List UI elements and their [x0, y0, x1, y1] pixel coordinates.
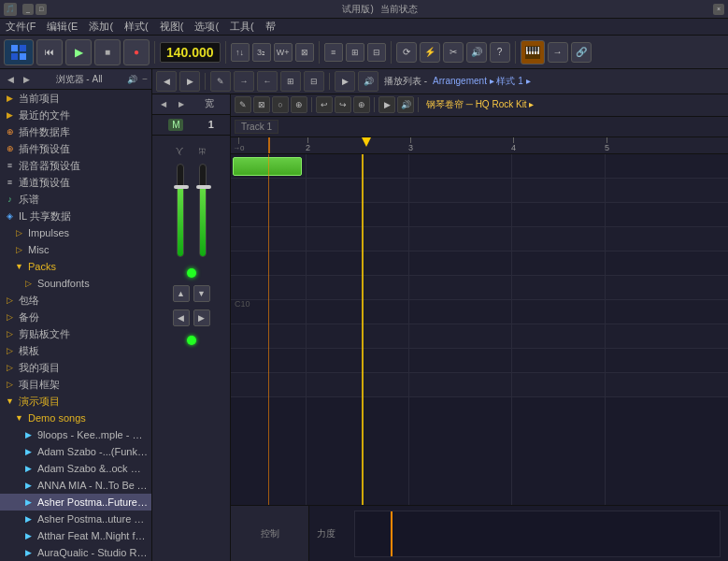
minimize-button[interactable]: _ [22, 4, 34, 15]
sidebar-item-templates[interactable]: ▷ 模板 [0, 342, 151, 359]
tb-btn-link[interactable]: 🔗 [571, 42, 592, 63]
menu-view[interactable]: 视图( [158, 20, 186, 34]
sidebar-item-demo-projects[interactable]: ▼ 演示项目 [0, 393, 151, 410]
input-fader-track[interactable] [177, 164, 184, 257]
sidebar-close[interactable]: − [142, 74, 148, 84]
window-controls[interactable]: _ □ [22, 4, 47, 15]
menu-help[interactable]: 帮 [264, 20, 278, 34]
menu-file[interactable]: 文件(F [4, 20, 37, 34]
sec-arrow-left[interactable]: ← [257, 71, 278, 92]
output-fader-track[interactable] [199, 164, 207, 257]
sidebar-item-scores[interactable]: ♪ 乐谱 [0, 191, 151, 208]
tb-btn-nav1[interactable]: → [548, 42, 568, 63]
arr-zoom-in[interactable]: ⊕ [353, 96, 370, 113]
sec-expand[interactable]: ▶ [179, 71, 200, 92]
tb-btn-12[interactable]: ? [490, 42, 510, 63]
sec-zoom[interactable]: ⊟ [304, 71, 324, 92]
sec-prev[interactable]: ◀ [156, 71, 177, 92]
sidebar-item-atthar[interactable]: ▶ Atthar Feat M..Night feeling [0, 527, 151, 544]
sidebar-item-plugin-preset[interactable]: ⊕ 插件预设值 [0, 140, 151, 157]
sidebar-item-misc[interactable]: ▷ Misc [0, 241, 151, 258]
record-button[interactable]: ● [123, 39, 150, 65]
arr-pencil[interactable]: ✎ [235, 96, 251, 113]
sec-arrow-right[interactable]: → [234, 71, 254, 92]
tb-btn-9[interactable]: ⚡ [420, 42, 440, 63]
tb-btn-8[interactable]: ⟳ [396, 42, 417, 63]
tb-btn-6[interactable]: ⊞ [346, 43, 364, 62]
prev-button[interactable]: ⏮ [36, 39, 63, 65]
sidebar-tree[interactable]: ▶ 当前项目 ▶ 最近的文件 ⊕ 插件数据库 ⊕ 插件预设值 ≡ 混音器预设值 … [0, 90, 151, 561]
arr-undo[interactable]: ↩ [316, 96, 333, 113]
menu-style[interactable]: 样式( [122, 20, 150, 34]
tb-btn-3[interactable]: W+ [274, 43, 293, 62]
sidebar-item-packs[interactable]: ▼ Packs [0, 258, 151, 275]
sidebar-item-mixer-preset[interactable]: ≡ 混音器预设值 [0, 157, 151, 174]
sidebar-item-envelopes[interactable]: ▷ 包络 [0, 292, 151, 309]
sidebar-item-anna-mia[interactable]: ▶ ANNA MIA - N..To Be Afraid [0, 477, 151, 494]
sidebar-item-soundfonts[interactable]: ▷ Soundfonts [0, 275, 151, 292]
sidebar-speaker[interactable]: 🔊 [125, 73, 138, 86]
menu-edit[interactable]: 编辑(E [45, 20, 79, 34]
menu-add[interactable]: 添加( [87, 20, 115, 34]
arr-move[interactable]: ⊕ [291, 96, 307, 113]
sidebar-item-asher-future-bass[interactable]: ▶ Asher Postma..Future Bass [0, 494, 151, 511]
sidebar-item-current-project[interactable]: ▶ 当前项目 [0, 90, 151, 107]
menu-options[interactable]: 选项( [193, 20, 221, 34]
play-button[interactable]: ▶ [65, 39, 92, 65]
stop-button[interactable]: ■ [94, 39, 121, 65]
sec-piano[interactable]: ⊞ [280, 71, 301, 92]
tb-btn-11[interactable]: 🔊 [466, 42, 487, 63]
close-button[interactable]: × [713, 4, 724, 15]
sidebar-item-clipboard[interactable]: ▷ 剪贴板文件 [0, 325, 151, 342]
track-1-label[interactable]: Track 1 [235, 120, 278, 134]
tb-btn-7[interactable]: ⊟ [367, 43, 386, 62]
sidebar-item-asher-future-house[interactable]: ▶ Asher Postma..uture House [0, 511, 151, 527]
arrow-left[interactable]: ◀ [173, 309, 190, 326]
sidebar-item-channel-preset[interactable]: ≡ 通道预设值 [0, 174, 151, 191]
note-block-1[interactable] [233, 157, 302, 176]
logo-button[interactable] [4, 39, 34, 65]
svg-rect-2 [11, 53, 18, 60]
sidebar-item-adam-rock[interactable]: ▶ Adam Szabo &..ock Me Out [0, 460, 151, 477]
arr-eraser[interactable]: ⊠ [253, 96, 270, 113]
sidebar-nav-prev[interactable]: ◀ [4, 73, 17, 86]
sidebar-item-il-shared[interactable]: ◈ IL 共享数据 [0, 208, 151, 224]
sidebar-item-demo-songs[interactable]: ▼ Demo songs [0, 410, 151, 426]
sidebar-item-plugin-db[interactable]: ⊕ 插件数据库 [0, 123, 151, 140]
tb-btn-4[interactable]: ⊠ [295, 43, 314, 62]
sidebar-item-impulses[interactable]: ▷ Impulses [0, 224, 151, 241]
arr-select[interactable]: ○ [272, 96, 289, 113]
arrow-down[interactable]: ▼ [193, 285, 210, 302]
maximize-button[interactable]: □ [36, 4, 47, 15]
arrow-right[interactable]: ▶ [193, 309, 210, 326]
sec-speaker[interactable]: 🔊 [358, 71, 378, 92]
mixer-nav-prev[interactable]: ◀ [156, 96, 171, 111]
sec-sep2 [329, 73, 330, 90]
tb-piano-roll[interactable] [521, 40, 545, 65]
sidebar-item-adam-funky[interactable]: ▶ Adam Szabo -...(Funky Mix) [0, 443, 151, 460]
input-fader-thumb[interactable] [174, 185, 189, 189]
tb-btn-1[interactable]: ↑↓ [231, 43, 250, 62]
sec-play2[interactable]: ▶ [335, 71, 355, 92]
sidebar-item-9loops[interactable]: ▶ 9loops - Kee..mple - 2015 [0, 426, 151, 443]
arr-speaker[interactable]: 🔊 [397, 96, 414, 113]
mute-button[interactable]: M [168, 119, 183, 131]
output-fader-thumb[interactable] [196, 185, 211, 189]
menu-tools[interactable]: 工具( [228, 20, 256, 34]
sidebar-item-my-projects[interactable]: ▷ 我的项目 [0, 359, 151, 376]
arrow-up[interactable]: ▲ [173, 285, 190, 302]
sidebar-item-backup[interactable]: ▷ 备份 [0, 309, 151, 325]
track-lanes[interactable]: C10 [231, 154, 728, 505]
bpm-display[interactable]: 140.000 [160, 42, 221, 63]
mixer-nav-next[interactable]: ▶ [174, 96, 189, 111]
arr-play[interactable]: ▶ [378, 96, 395, 113]
sidebar-item-project-framework[interactable]: ▷ 项目框架 [0, 376, 151, 393]
sidebar-item-aura[interactable]: ▶ AuraQualic - Studio Remix) [0, 544, 151, 561]
tb-btn-2[interactable]: 3₂ [252, 43, 271, 62]
tb-btn-5[interactable]: ≡ [324, 43, 343, 62]
tb-btn-10[interactable]: ✂ [443, 42, 464, 63]
arr-redo[interactable]: ↪ [335, 96, 351, 113]
sidebar-item-recent[interactable]: ▶ 最近的文件 [0, 107, 151, 123]
sidebar-nav-next[interactable]: ▶ [20, 73, 33, 86]
sec-pencil[interactable]: ✎ [210, 71, 231, 92]
